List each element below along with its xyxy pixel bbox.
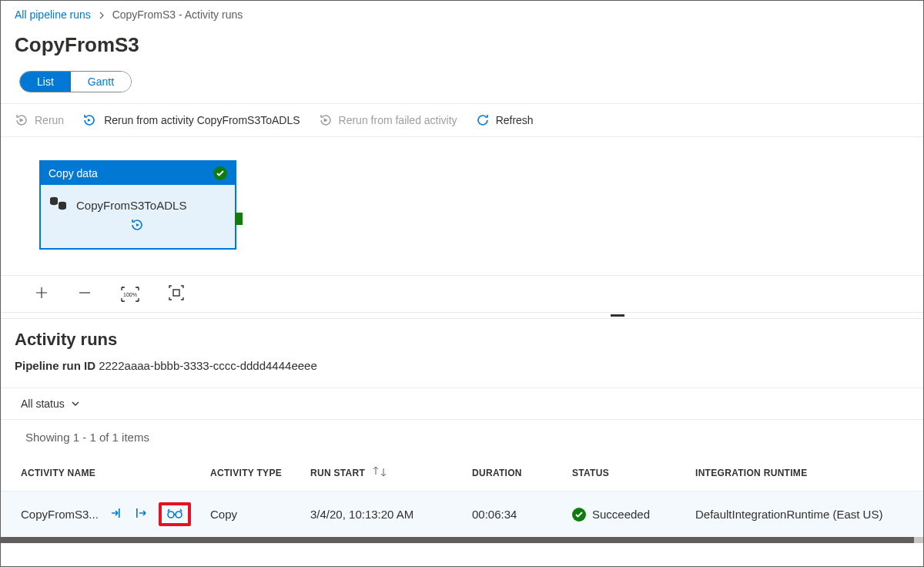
canvas-controls: 100% [1,276,923,313]
success-status-icon [572,508,586,522]
rerun-failed-icon [319,113,333,127]
cell-duration: 00:06:34 [463,492,563,538]
page-title: CopyFromS3 [1,29,923,71]
svg-text:100%: 100% [123,292,137,297]
rerun-failed-label: Rerun from failed activity [339,114,457,126]
svg-rect-3 [173,290,179,296]
fit-screen-icon [169,285,184,300]
activity-runs-table: ACTIVITY NAME ACTIVITY TYPE RUN START DU… [1,455,923,537]
connector-handle[interactable] [235,213,243,225]
status-filter-label: All status [21,398,65,410]
details-glasses-icon[interactable] [159,502,191,526]
svg-rect-4 [119,508,120,518]
svg-point-6 [168,512,174,518]
refresh-button[interactable]: Refresh [476,113,534,127]
plus-icon [35,286,49,300]
zoom-out-button[interactable] [78,286,92,302]
rerun-activity-icon[interactable] [130,218,146,232]
rerun-from-activity-button[interactable]: Rerun from activity CopyFromS3ToADLS [82,113,300,127]
rerun-icon [15,113,28,127]
activity-card[interactable]: Copy data CopyFromS3ToADLS [39,160,236,250]
col-integration-runtime[interactable]: INTEGRATION RUNTIME [686,455,923,492]
cell-status: Succeeded [592,508,650,521]
result-count: Showing 1 - 1 of 1 items [1,420,923,455]
cell-run-start: 3/4/20, 10:13:20 AM [301,492,463,538]
rerun-from-label: Rerun from activity CopyFromS3ToADLS [104,114,300,126]
rerun-from-icon [82,113,98,127]
refresh-label: Refresh [496,114,534,126]
minus-icon [78,286,92,300]
zoom-percent-icon: 100% [121,287,139,302]
horizontal-scrollbar[interactable] [1,537,923,543]
input-details-icon[interactable] [109,506,123,522]
activity-card-name: CopyFromS3ToADLS [76,199,186,212]
chevron-right-icon [99,12,105,18]
view-toggle-list[interactable]: List [20,72,71,92]
rerun-failed-button: Rerun from failed activity [319,113,457,127]
breadcrumb: All pipeline runs CopyFromS3 - Activity … [1,1,923,29]
activity-runs-title: Activity runs [1,319,923,354]
cell-activity-name: CopyFromS3... [21,508,99,521]
filter-bar: All status [1,388,923,420]
view-toggle: List Gantt [19,71,132,92]
cell-integration-runtime: DefaultIntegrationRuntime (East US) [686,492,923,538]
table-row[interactable]: CopyFromS3... Copy 3/4/20, 10:13:20 AM [1,492,923,538]
pipeline-run-id: Pipeline run ID 2222aaaa-bbbb-3333-cccc-… [1,354,923,388]
panel-resize-handle[interactable] [1,313,923,319]
col-activity-name[interactable]: ACTIVITY NAME [1,455,201,492]
database-icon [49,196,69,215]
col-activity-type[interactable]: ACTIVITY TYPE [201,455,301,492]
svg-rect-5 [136,508,138,518]
pipeline-run-id-label: Pipeline run ID [15,359,95,372]
activity-card-header: Copy data [49,167,98,179]
zoom-reset-button[interactable]: 100% [121,287,139,302]
col-status[interactable]: STATUS [563,455,686,492]
breadcrumb-root-link[interactable]: All pipeline runs [15,8,91,21]
col-duration[interactable]: DURATION [463,455,563,492]
status-filter-dropdown[interactable]: All status [21,398,80,410]
sort-icon [373,467,387,476]
cell-activity-type: Copy [201,492,301,538]
breadcrumb-current: CopyFromS3 - Activity runs [112,8,243,21]
toolbar: Rerun Rerun from activity CopyFromS3ToAD… [1,103,923,137]
pipeline-run-id-value: 2222aaaa-bbbb-3333-cccc-dddd4444eeee [99,359,317,372]
zoom-in-button[interactable] [35,286,49,302]
svg-point-7 [176,512,182,518]
output-details-icon[interactable] [134,506,148,522]
rerun-label: Rerun [35,114,64,126]
rerun-button: Rerun [15,113,64,127]
pipeline-canvas[interactable]: Copy data CopyFromS3ToADLS [1,137,923,276]
view-toggle-gantt[interactable]: Gantt [71,72,131,92]
refresh-icon [476,113,490,127]
fit-screen-button[interactable] [169,285,184,303]
col-run-start[interactable]: RUN START [301,455,463,492]
success-badge-icon [213,166,227,180]
chevron-down-icon [71,399,80,408]
